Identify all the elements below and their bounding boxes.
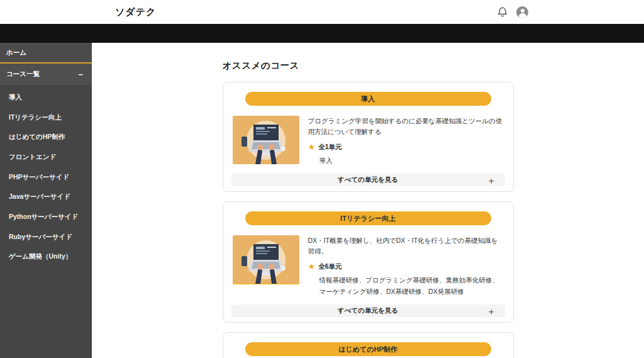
units-count-row: ★ 全1単元 bbox=[308, 143, 504, 152]
sidebar-course-list-label: コース一覧 bbox=[6, 70, 40, 79]
sidebar-course-item[interactable]: ゲーム開発（Unity） bbox=[0, 247, 92, 267]
course-card-body: プログラミング学習を開始するのに必要な基礎知識とツールの使用方法について理解する… bbox=[233, 116, 504, 166]
sidebar-item-course-list[interactable]: コース一覧 − bbox=[0, 64, 92, 85]
show-all-units-label: すべての単元を見る bbox=[338, 176, 398, 184]
sidebar-course-item[interactable]: 導入 bbox=[0, 87, 92, 108]
sidebar-course-item-label: 導入 bbox=[9, 93, 22, 102]
team-collaboration-illustration-icon bbox=[233, 284, 299, 284]
sidebar: ホーム コース一覧 − 導入 ITリテラシー向上 はじめてのHP制作 bbox=[0, 43, 92, 358]
plus-expand-icon[interactable]: ＋ bbox=[487, 176, 496, 185]
units-list-text: 情報基礎研修、プログラミング基礎研修、業務効率化研修、マーケティング研修、DX基… bbox=[319, 274, 504, 298]
header-icons bbox=[497, 6, 528, 18]
top-black-bar bbox=[0, 24, 644, 43]
course-thumbnail bbox=[233, 116, 299, 164]
collapse-minus-icon[interactable]: − bbox=[78, 70, 84, 79]
avatar-head-shape bbox=[521, 9, 525, 13]
course-card: ITリテラシー向上 bbox=[223, 201, 514, 323]
show-all-units-button[interactable]: すべての単元を見る ＋ bbox=[231, 174, 505, 186]
app-root: ソダテク ホーム コース一覧 − 導入 bbox=[0, 0, 644, 358]
sidebar-course-item[interactable]: Pythonサーバーサイド bbox=[0, 207, 92, 227]
sidebar-course-item-label: ゲーム開発（Unity） bbox=[9, 252, 72, 261]
laptop-typing-illustration-icon bbox=[233, 116, 299, 164]
sidebar-course-item[interactable]: Rubyサーバーサイド bbox=[0, 227, 92, 247]
course-title-button[interactable]: ITリテラシー向上 bbox=[245, 211, 491, 225]
sidebar-course-item-label: PHPサーバーサイド bbox=[9, 173, 69, 182]
app-logo: ソダテク bbox=[115, 6, 156, 18]
course-card: はじめてのHP制作 bbox=[223, 332, 514, 358]
sidebar-course-item[interactable]: ITリテラシー向上 bbox=[0, 108, 92, 128]
sidebar-course-item[interactable]: Javaサーバーサイド bbox=[0, 187, 92, 207]
show-all-units-button[interactable]: すべての単元を見る ＋ bbox=[231, 305, 505, 317]
course-description: プログラミング学習を開始するのに必要な基礎知識とツールの使用方法について理解する bbox=[308, 116, 504, 138]
user-avatar-icon[interactable] bbox=[516, 6, 528, 18]
course-info: プログラミング学習を開始するのに必要な基礎知識とツールの使用方法について理解する… bbox=[308, 116, 504, 166]
course-thumbnail bbox=[233, 235, 299, 284]
sidebar-course-item-label: Rubyサーバーサイド bbox=[9, 233, 72, 242]
show-all-units-label: すべての単元を見る bbox=[338, 306, 398, 315]
sidebar-course-item[interactable]: フロントエンド bbox=[0, 147, 92, 167]
sidebar-course-item-label: フロントエンド bbox=[9, 153, 56, 162]
sidebar-course-item-label: はじめてのHP制作 bbox=[9, 133, 65, 142]
main-content: オススメのコース 導入 bbox=[92, 43, 644, 358]
star-icon: ★ bbox=[308, 262, 316, 271]
page-title: オススメのコース bbox=[223, 60, 514, 72]
course-card-body: DX・IT概要を理解し、社内でDX・IT化を行う上での基礎知識を習得。 ★ 全6… bbox=[233, 235, 504, 297]
course-card-list: 導入 bbox=[223, 82, 514, 358]
avatar-shoulders-shape bbox=[519, 13, 526, 18]
course-card: 導入 bbox=[223, 82, 514, 192]
units-total-label: 全6単元 bbox=[318, 262, 341, 271]
course-info: DX・IT概要を理解し、社内でDX・IT化を行う上での基礎知識を習得。 ★ 全6… bbox=[308, 235, 504, 297]
course-description: DX・IT概要を理解し、社内でDX・IT化を行う上での基礎知識を習得。 bbox=[308, 235, 504, 257]
star-icon: ★ bbox=[308, 143, 316, 151]
sidebar-home-label: ホーム bbox=[6, 48, 26, 57]
sidebar-course-item-label: ITリテラシー向上 bbox=[9, 113, 62, 122]
top-header: ソダテク bbox=[0, 0, 644, 24]
units-count-row: ★ 全6単元 bbox=[308, 262, 504, 271]
sidebar-course-item[interactable]: PHPサーバーサイド bbox=[0, 167, 92, 187]
sidebar-course-item-label: Javaサーバーサイド bbox=[9, 193, 70, 201]
units-list-text: 導入 bbox=[319, 155, 504, 166]
notification-bell-icon[interactable] bbox=[497, 6, 508, 18]
course-title-button[interactable]: はじめてのHP制作 bbox=[245, 342, 491, 356]
sidebar-course-items: 導入 ITリテラシー向上 はじめてのHP制作 フロントエンド PHPサーバーサイ… bbox=[0, 85, 92, 267]
course-title-button[interactable]: 導入 bbox=[245, 92, 491, 106]
sidebar-course-item-label: Pythonサーバーサイド bbox=[9, 213, 78, 221]
plus-expand-icon[interactable]: ＋ bbox=[487, 306, 496, 316]
laptop-typing-illustration-icon bbox=[233, 235, 299, 284]
sidebar-item-home[interactable]: ホーム bbox=[0, 43, 92, 62]
units-total-label: 全1単元 bbox=[318, 143, 341, 152]
sidebar-course-item[interactable]: はじめてのHP制作 bbox=[0, 127, 92, 147]
